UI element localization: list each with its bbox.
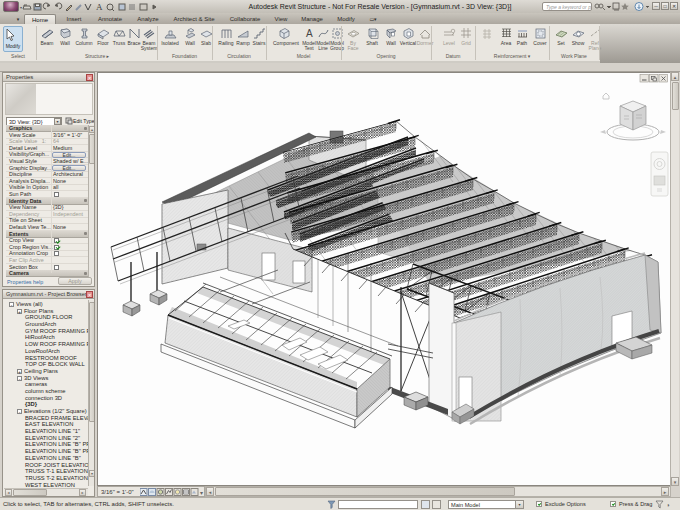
svg-text:A: A (96, 2, 103, 12)
svg-text:▾: ▾ (200, 490, 203, 496)
svg-text:◑: ◑ (666, 502, 670, 508)
